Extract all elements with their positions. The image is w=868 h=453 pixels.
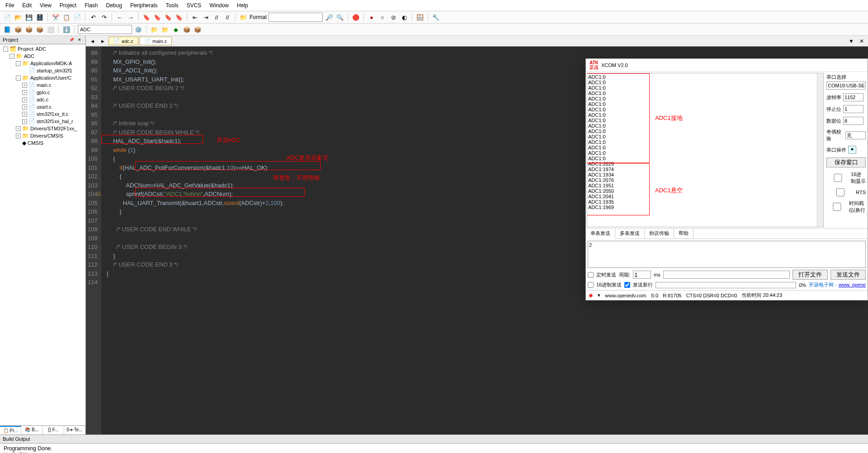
menu-svcs[interactable]: SVCS: [183, 1, 205, 10]
build-output-body[interactable]: Programming Done.Verify OK.Application r…: [0, 443, 868, 453]
parity-input[interactable]: [845, 131, 866, 139]
xcom-tab[interactable]: 单条发送: [586, 229, 615, 239]
tree-item[interactable]: +📄stm32f1xx_it.c: [0, 110, 85, 118]
rts-check[interactable]: [826, 188, 854, 196]
save-window-button[interactable]: 保存窗口: [826, 157, 866, 167]
tabs-close[interactable]: ✕: [857, 37, 866, 45]
target-combo[interactable]: [78, 25, 132, 34]
tree-item[interactable]: +📄main.c: [0, 81, 85, 89]
find-combo[interactable]: [269, 13, 323, 22]
pin-icon[interactable]: 📌: [68, 37, 75, 43]
tree-item[interactable]: +📄usart.c: [0, 103, 85, 110]
menu-debug[interactable]: Debug: [103, 1, 126, 10]
file-path-input[interactable]: [663, 271, 790, 279]
bookmark-next-icon[interactable]: 🔖: [164, 13, 173, 22]
batch-build-icon[interactable]: 📦: [35, 25, 44, 34]
menu-help[interactable]: Help: [233, 1, 252, 10]
save-icon[interactable]: 💾: [24, 13, 33, 22]
breakpoint-enable-icon[interactable]: ◐: [400, 13, 409, 22]
tree-item[interactable]: +📄stm32f1xx_hal_r: [0, 118, 85, 125]
find-in-files-icon[interactable]: 🔍: [335, 13, 344, 22]
tree-item[interactable]: +📁Drivers/CMSIS: [0, 132, 85, 139]
tree-item[interactable]: ◆CMSIS: [0, 139, 85, 147]
tree-item[interactable]: -📁Application/User/C: [0, 74, 85, 81]
target-options-icon[interactable]: ⚙️: [134, 25, 143, 34]
breakpoint-insert-icon[interactable]: ●: [367, 13, 376, 22]
tree-item[interactable]: -📁Application/MDK-A: [0, 60, 85, 67]
period-input[interactable]: [633, 271, 651, 279]
hex-display-check[interactable]: [826, 174, 849, 182]
menu-view[interactable]: View: [36, 1, 55, 10]
xcom-titlebar[interactable]: ATK正点 XCOM V2.0: [586, 59, 868, 72]
window-icon[interactable]: 🪟: [415, 13, 425, 22]
translate-icon[interactable]: 📘: [3, 25, 12, 34]
data-input[interactable]: [843, 117, 863, 125]
record-icon[interactable]: ◉: [589, 292, 593, 298]
bookmark-clear-icon[interactable]: 🔖: [175, 13, 184, 22]
xcom-scrollbar[interactable]: [817, 73, 823, 227]
bookmark-icon[interactable]: 🔖: [142, 13, 151, 22]
panel-tab[interactable]: 📋 Pr...: [0, 426, 21, 434]
configure-icon[interactable]: 🔧: [431, 13, 440, 22]
tree-item[interactable]: +📄gpio.c: [0, 89, 85, 96]
paste-icon[interactable]: 📄: [73, 13, 82, 22]
manage-rte-icon[interactable]: ◆: [171, 25, 180, 34]
bookmark-prev-icon[interactable]: 🔖: [153, 13, 162, 22]
new-file-icon[interactable]: 📄: [3, 13, 12, 22]
stop-build-icon[interactable]: ⬜: [46, 25, 55, 34]
stop-input[interactable]: [843, 105, 863, 113]
rebuild-icon[interactable]: 📦: [24, 25, 33, 34]
file-tab-main[interactable]: 📄main.c: [139, 37, 172, 45]
build-icon[interactable]: 📦: [14, 25, 23, 34]
comment-icon[interactable]: //: [212, 13, 221, 22]
menu-edit[interactable]: Edit: [19, 1, 35, 10]
debug-icon[interactable]: 🔴: [351, 13, 360, 22]
timed-send-check[interactable]: [588, 272, 594, 278]
xcom-tab[interactable]: 帮助: [674, 229, 693, 238]
tree-item[interactable]: +📄adc.c: [0, 96, 85, 103]
tree-item[interactable]: -🗂️Project: ADC: [0, 45, 85, 52]
port-select[interactable]: [826, 81, 866, 90]
close-icon[interactable]: ✕: [76, 37, 83, 43]
open-file-button[interactable]: 打开文件: [793, 270, 828, 280]
xcom-tab[interactable]: 协议传输: [645, 229, 674, 238]
save-all-icon[interactable]: 🗄️: [35, 13, 44, 22]
baud-input[interactable]: [843, 93, 863, 101]
open-icon[interactable]: 📂: [14, 13, 23, 22]
menu-peripherals[interactable]: Peripherals: [127, 1, 161, 10]
panel-tab[interactable]: 0➜ Te...: [64, 426, 85, 434]
folder-icon[interactable]: 📁: [239, 13, 248, 22]
copy-icon[interactable]: 📋: [62, 13, 71, 22]
menu-flash[interactable]: Flash: [81, 1, 101, 10]
send-textarea[interactable]: 2: [588, 241, 866, 268]
tree-item[interactable]: +📁Drivers/STM32F1xx_: [0, 125, 85, 132]
panel-tab[interactable]: {} F...: [43, 426, 64, 434]
hex-send-check[interactable]: [588, 282, 594, 288]
pack-installer-icon[interactable]: 📦: [193, 25, 202, 34]
menu-tools[interactable]: Tools: [162, 1, 182, 10]
tree-item[interactable]: -📁ADC: [0, 52, 85, 60]
newline-check[interactable]: [624, 282, 630, 288]
panel-tab[interactable]: 📚 B...: [21, 426, 42, 434]
cut-icon[interactable]: ✂️: [51, 13, 60, 22]
uncomment-icon[interactable]: //: [223, 13, 232, 22]
openedv-link[interactable]: www. opene: [839, 282, 866, 287]
find-icon[interactable]: 🔎: [325, 13, 334, 22]
timestamp-check[interactable]: [826, 203, 848, 211]
redo-icon[interactable]: ↷: [99, 13, 108, 22]
indent-out-icon[interactable]: ⇤: [190, 13, 199, 22]
breakpoint-kill-icon[interactable]: ⊘: [389, 13, 398, 22]
send-file-button[interactable]: 发送文件: [830, 270, 866, 280]
file-tab-adc[interactable]: 📄adc.c: [108, 37, 138, 45]
project-tree[interactable]: -🗂️Project: ADC-📁ADC-📁Application/MDK-A📄…: [0, 44, 85, 425]
download-icon[interactable]: ⬇️: [62, 25, 71, 34]
nav-back-icon[interactable]: ←: [115, 13, 124, 22]
menu-project[interactable]: Project: [56, 1, 80, 10]
multi-project-icon[interactable]: 📁: [160, 25, 170, 34]
tab-nav-fwd[interactable]: ►: [98, 38, 108, 45]
menu-window[interactable]: Window: [206, 1, 232, 10]
port-open-button[interactable]: ●: [848, 146, 856, 154]
indent-in-icon[interactable]: ⇥: [201, 13, 210, 22]
breakpoint-disable-icon[interactable]: ○: [378, 13, 387, 22]
nav-fwd-icon[interactable]: →: [126, 13, 135, 22]
